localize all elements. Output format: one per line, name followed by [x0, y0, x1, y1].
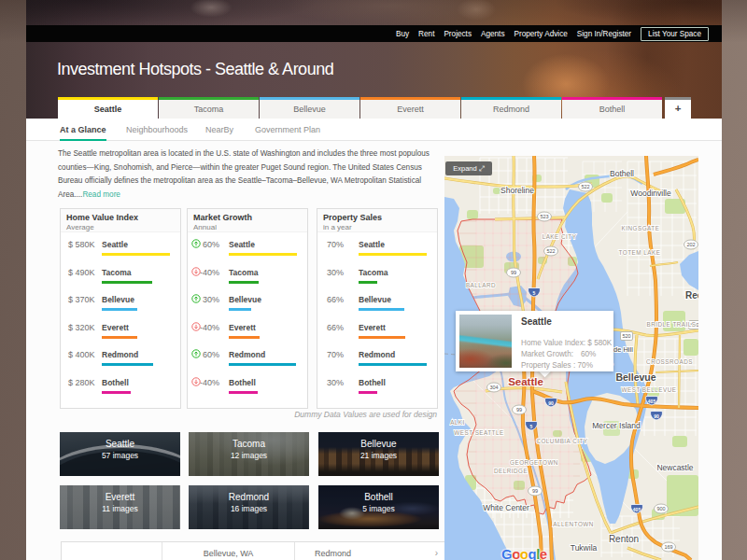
svg-text:Woodinville: Woodinville: [630, 189, 671, 198]
svg-text:LAKE CITY: LAKE CITY: [543, 233, 577, 240]
svg-text:Renton: Renton: [609, 534, 639, 544]
svg-text:ALLENTOWN: ALLENTOWN: [553, 521, 594, 527]
svg-text:Newcastle: Newcastle: [656, 463, 693, 472]
svg-text:202: 202: [686, 242, 695, 247]
svg-text:520: 520: [622, 333, 630, 339]
svg-text:KINGSGATE: KINGSGATE: [622, 225, 660, 231]
svg-text:90: 90: [654, 413, 659, 419]
svg-text:99: 99: [516, 407, 522, 413]
svg-text:BALLARD: BALLARD: [466, 282, 496, 288]
svg-text:304: 304: [489, 385, 498, 390]
svg-text:Mercer Island: Mercer Island: [592, 421, 641, 430]
svg-text:522: 522: [546, 248, 555, 254]
svg-text:GEORGETOWN: GEORGETOWN: [510, 459, 558, 466]
svg-text:COLUMBIA CITY: COLUMBIA CITY: [536, 438, 587, 444]
svg-text:99: 99: [511, 270, 516, 275]
svg-text:522: 522: [581, 184, 589, 189]
svg-text:900: 900: [656, 506, 665, 511]
svg-text:BRIDLE TRAILS: BRIDLE TRAILS: [647, 321, 697, 328]
svg-text:WEST SEATTLE: WEST SEATTLE: [454, 429, 503, 436]
svg-text:ALKI: ALKI: [450, 419, 465, 426]
svg-text:White Center: White Center: [483, 503, 529, 512]
svg-text:Redmond: Redmond: [685, 290, 698, 301]
svg-text:Tukwila: Tukwila: [571, 543, 598, 553]
svg-text:5: 5: [533, 290, 536, 296]
svg-text:WEST BELLEVUE: WEST BELLEVUE: [622, 386, 677, 393]
svg-text:523: 523: [540, 214, 548, 219]
svg-text:5: 5: [530, 424, 533, 429]
svg-text:99: 99: [532, 488, 538, 494]
svg-text:405: 405: [633, 507, 641, 512]
svg-text:90: 90: [548, 400, 554, 406]
svg-text:CROSSROADS: CROSSROADS: [646, 358, 693, 365]
svg-text:Bellevue: Bellevue: [615, 371, 655, 383]
svg-text:Shoreline: Shoreline: [500, 186, 534, 195]
svg-text:TOTEM LAKE: TOTEM LAKE: [619, 249, 661, 256]
svg-text:Bothell: Bothell: [610, 169, 634, 178]
svg-text:169: 169: [664, 544, 672, 550]
svg-text:Seattle: Seattle: [508, 376, 543, 387]
svg-text:DELRIDGE: DELRIDGE: [494, 468, 528, 474]
svg-text:405: 405: [648, 399, 656, 404]
